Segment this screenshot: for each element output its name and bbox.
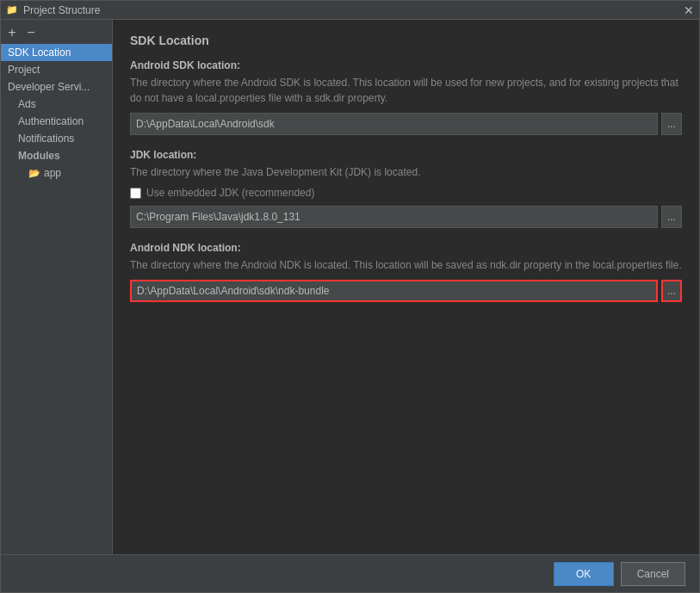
sidebar-toolbar: + − (1, 23, 112, 42)
jdk-checkbox-row: Use embedded JDK (recommended) (130, 187, 682, 199)
android-ndk-label: Android NDK location: (130, 242, 682, 254)
android-ndk-description: The directory where the Android NDK is l… (130, 257, 682, 273)
sidebar-item-sdk-location[interactable]: SDK Location (1, 44, 112, 61)
embedded-jdk-label: Use embedded JDK (recommended) (146, 187, 314, 199)
android-sdk-path-row: ... (130, 113, 682, 135)
android-ndk-path-row: ... (130, 280, 682, 302)
folder-icon: 📂 (28, 168, 40, 179)
sidebar-item-modules[interactable]: Modules (1, 147, 112, 164)
android-ndk-path-input[interactable] (130, 280, 658, 302)
sidebar: + − SDK Location Project Developer Servi… (1, 20, 113, 554)
section-title: SDK Location (130, 34, 682, 47)
android-sdk-browse-button[interactable]: ... (661, 113, 682, 135)
ok-button[interactable]: OK (554, 562, 614, 586)
android-sdk-section: Android SDK location: The directory wher… (130, 59, 682, 135)
project-structure-dialog: 📁 Project Structure ✕ + − SDK Location P… (0, 0, 700, 593)
title-bar-title: Project Structure (23, 4, 100, 16)
add-button[interactable]: + (4, 25, 20, 40)
dialog-footer: OK Cancel (1, 554, 699, 592)
android-ndk-section: Android NDK location: The directory wher… (130, 242, 682, 302)
sidebar-item-notifications[interactable]: Notifications (1, 130, 112, 147)
jdk-browse-button[interactable]: ... (661, 206, 682, 228)
title-bar-icon: 📁 (6, 4, 18, 15)
sidebar-item-app[interactable]: 📂 app (1, 164, 112, 182)
title-bar-left: 📁 Project Structure (6, 4, 100, 16)
cancel-button[interactable]: Cancel (621, 562, 685, 586)
sidebar-item-developer-services[interactable]: Developer Servi... (1, 78, 112, 96)
jdk-path-row: ... (130, 206, 682, 228)
jdk-label: JDK location: (130, 149, 682, 161)
sidebar-item-authentication[interactable]: Authentication (1, 113, 112, 130)
jdk-section: JDK location: The directory where the Ja… (130, 149, 682, 228)
android-sdk-label: Android SDK location: (130, 59, 682, 71)
jdk-path-input[interactable] (130, 206, 658, 228)
dialog-body: + − SDK Location Project Developer Servi… (1, 20, 699, 554)
android-ndk-browse-button[interactable]: ... (661, 280, 682, 302)
sidebar-item-ads[interactable]: Ads (1, 96, 112, 113)
title-bar: 📁 Project Structure ✕ (1, 1, 699, 20)
jdk-description: The directory where the Java Development… (130, 164, 682, 180)
sidebar-item-project[interactable]: Project (1, 61, 112, 78)
embedded-jdk-checkbox[interactable] (130, 188, 141, 199)
close-icon[interactable]: ✕ (684, 4, 694, 16)
remove-button[interactable]: − (23, 25, 39, 40)
android-sdk-path-input[interactable] (130, 113, 658, 135)
main-content: SDK Location Android SDK location: The d… (113, 20, 699, 554)
android-sdk-description: The directory where the Android SDK is l… (130, 75, 682, 106)
